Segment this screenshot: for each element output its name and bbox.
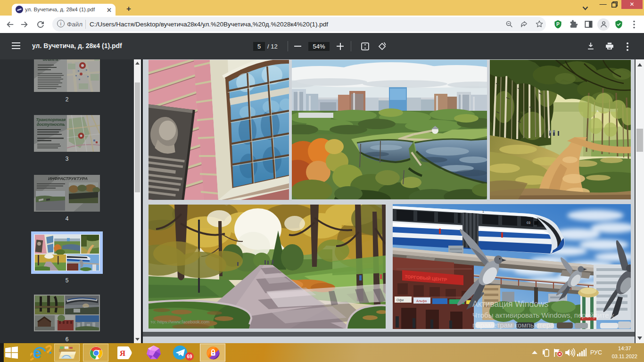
svg-text:69: 69 xyxy=(187,354,192,359)
svg-text:Я: Я xyxy=(120,349,125,358)
svg-text:доступность: доступность xyxy=(37,122,65,127)
svg-text:P: P xyxy=(556,22,560,27)
svg-text:объекта: объекта xyxy=(43,59,58,62)
svg-text:Транспортная: Транспортная xyxy=(36,117,66,122)
svg-text:ИНФРАСТРУКТУРА: ИНФРАСТРУКТУРА xyxy=(48,176,88,181)
svg-text:Альфа: Альфа xyxy=(416,299,427,303)
svg-text:1: 1 xyxy=(482,210,484,213)
svg-text:Офи: Офи xyxy=(396,298,404,302)
svg-text:03: 03 xyxy=(527,221,530,224)
svg-text:то: https://www.facebook.com: то: https://www.facebook.com xyxy=(150,319,209,324)
